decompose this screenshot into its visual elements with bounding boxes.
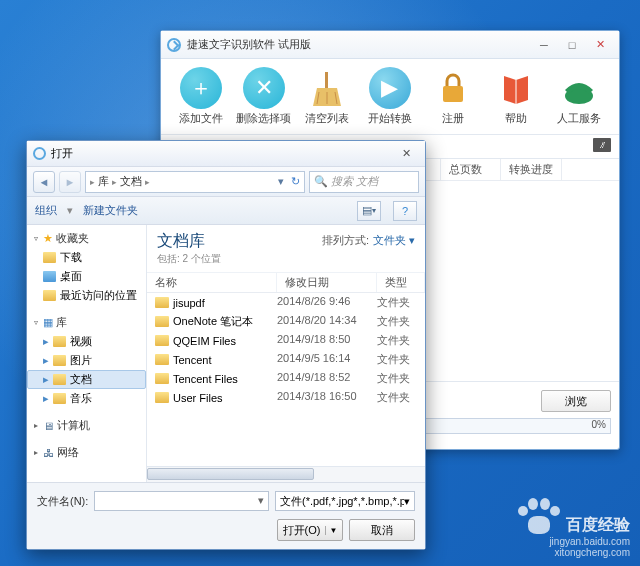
help-icon-button[interactable]: ? — [393, 201, 417, 221]
register-button[interactable]: 注册 — [424, 67, 482, 126]
tree-documents[interactable]: ▸文档 — [27, 370, 146, 389]
search-icon: 🔍 — [314, 175, 328, 188]
back-button[interactable]: ◄ — [33, 171, 55, 193]
collapse-icon[interactable]: ⫽ — [593, 138, 611, 152]
add-file-button[interactable]: ＋添加文件 — [172, 67, 230, 126]
minimize-button[interactable]: ─ — [531, 36, 557, 54]
file-columns[interactable]: 名称 修改日期 类型 — [147, 273, 425, 293]
tree-favorites[interactable]: ▿★收藏夹 — [27, 229, 146, 248]
tree-recent[interactable]: 最近访问的位置 — [27, 286, 146, 305]
folder-icon — [155, 392, 169, 403]
desktop-icon — [43, 271, 56, 282]
computer-icon: 🖥 — [43, 420, 54, 432]
svg-rect-4 — [443, 86, 463, 102]
forward-button[interactable]: ► — [59, 171, 81, 193]
nav-row: ◄ ► ▸ 库 ▸ 文档 ▸ ▾ ↻ 🔍 搜索 文档 — [27, 167, 425, 197]
service-button[interactable]: 人工服务 — [550, 67, 608, 126]
tree-downloads[interactable]: 下载 — [27, 248, 146, 267]
folder-icon — [43, 290, 56, 301]
cancel-button[interactable]: 取消 — [349, 519, 415, 541]
delete-button[interactable]: ✕删除选择项 — [235, 67, 293, 126]
dialog-footer: 文件名(N): ▾ 文件(*.pdf,*.jpg*,*.bmp,*.png,*▾… — [27, 482, 425, 549]
new-folder-button[interactable]: 新建文件夹 — [83, 203, 138, 218]
open-close-button[interactable]: ✕ — [393, 146, 419, 162]
file-row[interactable]: jisupdf2014/8/26 9:46文件夹 — [147, 293, 425, 312]
folder-icon — [43, 252, 56, 263]
folder-icon — [155, 373, 169, 384]
tree-videos[interactable]: ▸视频 — [27, 332, 146, 351]
start-button[interactable]: ▶开始转换 — [361, 67, 419, 126]
music-icon: ▸ — [43, 392, 49, 405]
search-input[interactable]: 🔍 搜索 文档 — [309, 171, 419, 193]
col-pages[interactable]: 总页数 — [441, 159, 501, 180]
play-icon: ▶ — [369, 67, 411, 109]
main-toolbar: ＋添加文件 ✕删除选择项 清空列表 ▶开始转换 注册 帮助 人工服务 — [161, 59, 619, 135]
filename-input[interactable]: ▾ — [94, 491, 269, 511]
lock-icon — [432, 67, 474, 109]
open-titlebar[interactable]: 打开 ✕ — [27, 141, 425, 167]
file-list[interactable]: jisupdf2014/8/26 9:46文件夹OneNote 笔记本2014/… — [147, 293, 425, 466]
close-button[interactable]: ✕ — [587, 36, 613, 54]
folder-icon — [53, 355, 66, 366]
book-icon — [495, 67, 537, 109]
h-scrollbar[interactable] — [147, 466, 425, 482]
library-icon: ▦ — [43, 316, 53, 329]
file-row[interactable]: OneNote 笔记本2014/8/20 14:34文件夹 — [147, 312, 425, 331]
open-button[interactable]: 打开(O)▼ — [277, 519, 343, 541]
folder-icon — [155, 335, 169, 346]
filetype-dropdown[interactable]: 文件(*.pdf,*.jpg*,*.bmp,*.png,*▾ — [275, 491, 415, 511]
chevron-icon: ▸ — [112, 177, 117, 187]
tree-computer[interactable]: ▸🖥计算机 — [27, 416, 146, 435]
tree-desktop[interactable]: 桌面 — [27, 267, 146, 286]
browse-button[interactable]: 浏览 — [541, 390, 611, 412]
open-icon — [33, 147, 46, 160]
help-button[interactable]: 帮助 — [487, 67, 545, 126]
refresh-icon[interactable]: ↻ — [291, 175, 300, 188]
tree-music[interactable]: ▸音乐 — [27, 389, 146, 408]
dropdown-icon[interactable]: ▾ — [278, 175, 284, 188]
tree-pictures[interactable]: ▸图片 — [27, 351, 146, 370]
folder-icon — [155, 354, 169, 365]
col-date[interactable]: 修改日期 — [277, 273, 377, 292]
filename-label: 文件名(N): — [37, 494, 88, 509]
tree-network[interactable]: ▸🖧网络 — [27, 443, 146, 462]
panel-subheading: 包括: 2 个位置 — [157, 252, 221, 266]
col-type[interactable]: 类型 — [377, 273, 425, 292]
file-row[interactable]: QQEIM Files2014/9/18 8:50文件夹 — [147, 331, 425, 350]
broom-icon — [306, 67, 348, 109]
video-icon: ▸ — [43, 335, 49, 348]
folder-tree[interactable]: ▿★收藏夹 下载 桌面 最近访问的位置 ▿▦库 ▸视频 ▸图片 ▸文档 ▸音乐 … — [27, 225, 147, 482]
col-name[interactable]: 名称 — [147, 273, 277, 292]
tree-libraries[interactable]: ▿▦库 — [27, 313, 146, 332]
open-dialog: 打开 ✕ ◄ ► ▸ 库 ▸ 文档 ▸ ▾ ↻ 🔍 搜索 文档 组织▾ 新建文件… — [26, 140, 426, 550]
breadcrumb[interactable]: ▸ 库 ▸ 文档 ▸ ▾ ↻ — [85, 171, 305, 193]
folder-icon — [53, 336, 66, 347]
file-row[interactable]: Tencent2014/9/5 16:14文件夹 — [147, 350, 425, 369]
col-progress[interactable]: 转换进度 — [501, 159, 562, 180]
document-icon: ▸ — [43, 373, 49, 386]
file-row[interactable]: User Files2014/3/18 16:50文件夹 — [147, 388, 425, 407]
toolbar-row: 组织▾ 新建文件夹 ▤▾ ? — [27, 197, 425, 225]
clear-button[interactable]: 清空列表 — [298, 67, 356, 126]
dropdown-icon[interactable]: ▾ — [254, 492, 268, 509]
x-icon: ✕ — [243, 67, 285, 109]
sort-dropdown[interactable]: 文件夹 ▾ — [373, 233, 415, 248]
network-icon: 🖧 — [43, 447, 54, 459]
panel-heading: 文档库 — [157, 231, 221, 252]
folder-icon — [53, 374, 66, 385]
folder-icon — [155, 316, 169, 327]
maximize-button[interactable]: □ — [559, 36, 585, 54]
plus-icon: ＋ — [180, 67, 222, 109]
chevron-icon: ▸ — [145, 177, 150, 187]
file-panel: 文档库 包括: 2 个位置 排列方式: 文件夹 ▾ 名称 修改日期 类型 jis… — [147, 225, 425, 482]
file-row[interactable]: Tencent Files2014/9/18 8:52文件夹 — [147, 369, 425, 388]
watermark: 百度经验 jingyan.baidu.com xitongcheng.com — [549, 515, 630, 558]
chevron-icon: ▸ — [90, 177, 95, 187]
view-button[interactable]: ▤▾ — [357, 201, 381, 221]
scroll-thumb[interactable] — [147, 468, 314, 480]
phone-icon — [558, 67, 600, 109]
organize-menu[interactable]: 组织 — [35, 203, 57, 218]
main-titlebar[interactable]: 捷速文字识别软件 试用版 ─ □ ✕ — [161, 31, 619, 59]
picture-icon: ▸ — [43, 354, 49, 367]
svg-rect-0 — [325, 72, 328, 88]
